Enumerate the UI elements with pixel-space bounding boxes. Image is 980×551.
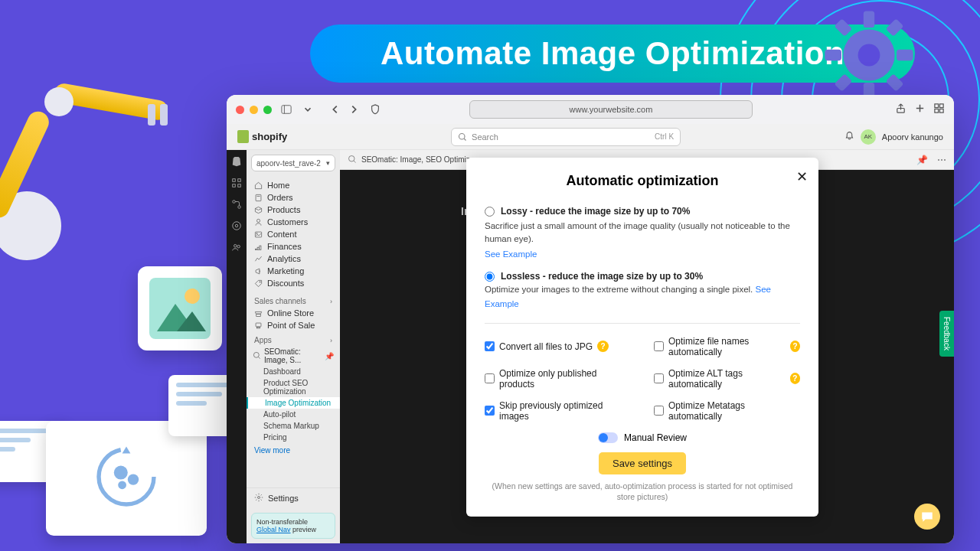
sidebar-app-seomatic[interactable]: SEOmatic: Image, S... 📌	[247, 346, 340, 366]
traffic-lights[interactable]	[236, 106, 272, 114]
svg-rect-40	[256, 194, 261, 201]
global-nav-link[interactable]: Global Nav	[256, 526, 291, 533]
sidebar-item-analytics[interactable]: Analytics	[247, 253, 340, 265]
svg-rect-27	[939, 109, 943, 112]
check-filenames[interactable]: Optimize file names automatically ?	[654, 336, 800, 357]
sidebar-item-orders[interactable]: Orders	[247, 191, 340, 204]
svg-point-38	[234, 245, 237, 248]
store-icon	[254, 309, 263, 318]
chevron-down-icon[interactable]	[301, 103, 315, 116]
svg-rect-3	[825, 50, 841, 60]
shopify-logo[interactable]: shopify	[237, 130, 287, 143]
view-more-link[interactable]: View more	[247, 443, 340, 458]
app-page-schema[interactable]: Schema Markup	[247, 420, 340, 432]
app-page-pricing[interactable]: Pricing	[247, 432, 340, 443]
check-convert-jpg[interactable]: Convert all files to JPG ?	[485, 336, 631, 357]
maximize-window-icon[interactable]	[263, 106, 272, 114]
share-icon[interactable]	[895, 103, 906, 117]
people-icon[interactable]	[231, 242, 242, 253]
check-alt-tags[interactable]: Optimize ALT tags automatically ?	[654, 368, 800, 390]
back-button[interactable]	[328, 103, 342, 116]
sidebar-item-customers[interactable]: Customers	[247, 216, 340, 228]
svg-marker-15	[122, 446, 131, 453]
shopify-glyph-icon[interactable]	[231, 156, 242, 167]
notifications-bell-icon[interactable]	[844, 131, 854, 142]
grid-icon[interactable]	[231, 178, 242, 188]
pin-icon[interactable]: 📌	[916, 155, 928, 165]
sidebar-item-point-of-sale[interactable]: Point of Sale	[247, 319, 340, 331]
svg-rect-7	[835, 73, 853, 92]
svg-rect-47	[260, 246, 261, 250]
manual-review-toggle-row[interactable]: Manual Review	[485, 432, 800, 443]
target-icon[interactable]	[231, 220, 242, 231]
user-name[interactable]: Apoorv kanungo	[882, 132, 943, 142]
svg-point-52	[253, 352, 259, 357]
store-selector[interactable]: apoorv-test_rave-2 ▾	[251, 155, 335, 171]
shopify-top-bar: shopify Search Ctrl K AK Apoorv kanungo	[227, 124, 954, 150]
content-icon	[254, 230, 263, 239]
pin-icon[interactable]: 📌	[325, 352, 334, 360]
new-tab-icon[interactable]	[914, 103, 926, 117]
feedback-tab[interactable]: Feedback	[939, 311, 954, 357]
svg-point-16	[114, 466, 128, 480]
sidebar-item-content[interactable]: Content	[247, 228, 340, 240]
lossless-option[interactable]: Lossless - reduce the image size by up t…	[485, 271, 800, 310]
check-metatags[interactable]: Optimize Metatags automatically	[654, 400, 800, 422]
check-skip-previous[interactable]: Skip previously optimized images	[485, 400, 631, 422]
sidebar-item-finances[interactable]: Finances	[247, 240, 340, 253]
chevron-right-icon: ›	[330, 337, 332, 344]
lossless-radio[interactable]	[485, 272, 495, 282]
svg-point-54	[258, 497, 260, 499]
help-icon[interactable]: ?	[597, 341, 609, 352]
flow-icon[interactable]	[231, 199, 242, 210]
lossy-option[interactable]: Lossy - reduce the image size by up to 7…	[485, 206, 800, 260]
save-settings-button[interactable]: Save settings	[599, 452, 686, 474]
sidebar-item-home[interactable]: Home	[247, 179, 340, 191]
close-icon[interactable]: ✕	[796, 168, 808, 185]
sidebar-toggle-icon[interactable]	[279, 103, 293, 116]
marketing-icon	[254, 267, 263, 276]
minimize-window-icon[interactable]	[250, 106, 258, 114]
app-page-autopilot[interactable]: Auto-pilot	[247, 409, 340, 420]
chevron-right-icon: ›	[330, 298, 332, 305]
help-icon[interactable]: ?	[790, 373, 800, 384]
close-window-icon[interactable]	[236, 106, 244, 114]
svg-rect-45	[255, 249, 256, 249]
apps-heading[interactable]: Apps›	[247, 331, 340, 346]
divider	[485, 323, 800, 324]
sidebar-item-products[interactable]: Products	[247, 204, 340, 216]
address-bar[interactable]: www.yourwebsite.com	[469, 100, 753, 119]
app-magnifier-icon	[348, 153, 357, 167]
analytics-icon	[254, 255, 263, 263]
svg-rect-50	[256, 323, 261, 327]
lossy-see-example-link[interactable]: See Example	[485, 249, 537, 259]
sales-channels-heading[interactable]: Sales channels›	[247, 292, 340, 307]
svg-rect-4	[897, 50, 913, 60]
check-published-only[interactable]: Optimize only published products	[485, 368, 631, 390]
app-page-product-seo[interactable]: Product SEO Optimization	[247, 377, 340, 397]
headline-text: Automate Image Optimization	[381, 35, 844, 72]
sidebar-item-online-store[interactable]: Online Store	[247, 307, 340, 319]
svg-point-55	[349, 155, 355, 161]
app-page-image-optimization[interactable]: Image Optimization	[247, 397, 340, 409]
svg-rect-5	[835, 18, 853, 37]
app-page-dashboard[interactable]: Dashboard	[247, 366, 340, 377]
more-icon[interactable]: ⋯	[937, 155, 946, 165]
privacy-shield-icon[interactable]	[368, 103, 382, 116]
help-icon[interactable]: ?	[790, 341, 800, 352]
sidebar-item-marketing[interactable]: Marketing	[247, 265, 340, 277]
held-image-placeholder	[138, 266, 222, 350]
lossy-radio[interactable]	[485, 207, 495, 217]
svg-rect-1	[864, 11, 874, 28]
products-icon	[254, 206, 263, 214]
svg-rect-32	[233, 184, 236, 187]
chat-bubble-icon[interactable]	[914, 504, 940, 530]
sidebar-item-settings[interactable]: Settings	[247, 487, 340, 508]
shopify-bag-icon	[237, 130, 249, 143]
sidebar-item-discounts[interactable]: Discounts	[247, 277, 340, 289]
search-input[interactable]: Search Ctrl K	[451, 128, 681, 146]
toggle-switch[interactable]	[598, 432, 618, 443]
forward-button[interactable]	[347, 103, 361, 116]
tab-grid-icon[interactable]	[933, 103, 945, 117]
avatar[interactable]: AK	[861, 129, 876, 145]
